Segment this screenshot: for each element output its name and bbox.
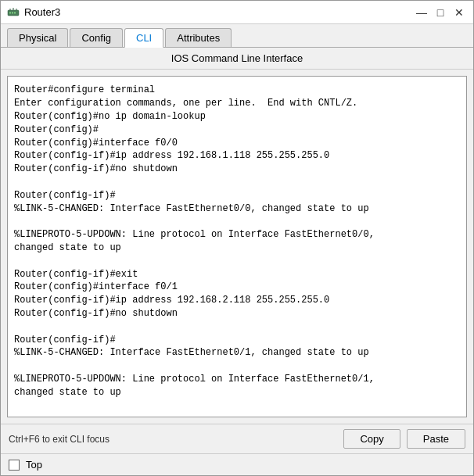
title-bar: Router3 — □ ✕ — [1, 1, 473, 24]
copy-button[interactable]: Copy — [343, 429, 400, 449]
paste-button[interactable]: Paste — [407, 429, 465, 449]
footer-bar: Top — [1, 453, 473, 475]
bottom-bar: Ctrl+F6 to exit CLI focus Copy Paste — [1, 424, 473, 453]
tab-attributes[interactable]: Attributes — [165, 28, 232, 47]
tab-physical[interactable]: Physical — [7, 28, 68, 47]
tab-config[interactable]: Config — [70, 28, 123, 47]
cli-text: % Invalid input detected at '^' marker. … — [14, 77, 375, 398]
svg-point-3 — [14, 12, 16, 13]
action-buttons: Copy Paste — [343, 429, 465, 449]
close-button[interactable]: ✕ — [451, 5, 467, 20]
tab-cli[interactable]: CLI — [124, 28, 163, 48]
cli-hint: Ctrl+F6 to exit CLI focus — [9, 434, 110, 445]
top-label: Top — [26, 459, 42, 471]
title-bar-controls: — □ ✕ — [414, 5, 467, 20]
svg-point-1 — [9, 12, 11, 13]
section-header: IOS Command Line Interface — [1, 48, 473, 70]
svg-point-2 — [12, 12, 13, 13]
cli-output[interactable]: % Invalid input detected at '^' marker. … — [8, 77, 466, 417]
window-title: Router3 — [24, 6, 60, 18]
title-bar-left: Router3 — [7, 6, 60, 19]
tab-bar: Physical Config CLI Attributes — [1, 24, 473, 48]
main-window: Router3 — □ ✕ Physical Config CLI Attrib… — [0, 0, 474, 476]
cli-area: % Invalid input detected at '^' marker. … — [7, 76, 467, 417]
minimize-button[interactable]: — — [414, 5, 429, 20]
maximize-button[interactable]: □ — [433, 5, 448, 20]
router-icon — [7, 6, 20, 19]
top-checkbox[interactable] — [9, 460, 20, 471]
